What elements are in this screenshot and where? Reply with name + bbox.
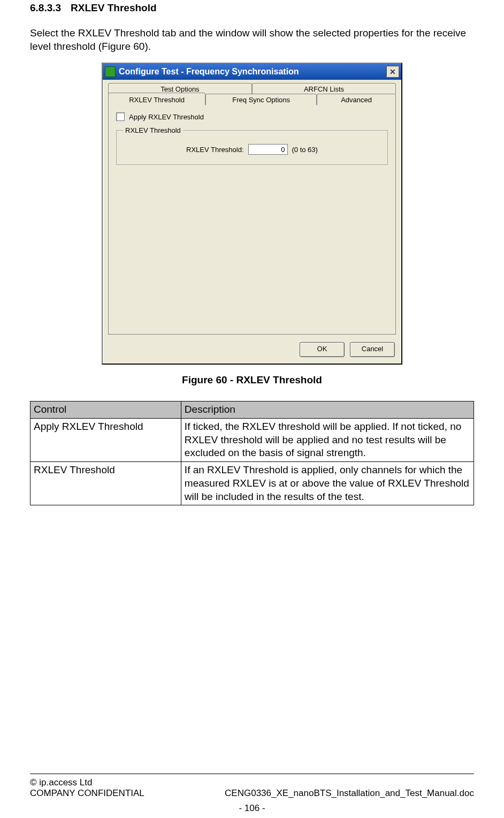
tab-freq-sync-options[interactable]: Freq Sync Options <box>205 94 317 105</box>
footer-separator <box>30 774 474 774</box>
apply-rxlev-checkbox[interactable] <box>116 112 125 121</box>
tab-advanced[interactable]: Advanced <box>317 94 396 105</box>
screenshot-figure: Configure Test - Frequency Synchronisati… <box>30 63 474 365</box>
cancel-button[interactable]: Cancel <box>350 342 395 357</box>
table-row: Apply RXLEV Threshold If ticked, the RXL… <box>30 419 474 462</box>
dialog-button-row: OK Cancel <box>103 338 401 363</box>
table-cell-description: If an RXLEV Threshold is applied, only c… <box>181 462 474 505</box>
intro-paragraph: Select the RXLEV Threshold tab and the w… <box>30 27 474 53</box>
ok-button[interactable]: OK <box>300 342 345 357</box>
tab-arfcn-lists[interactable]: ARFCN Lists <box>252 83 396 94</box>
dialog-window: Configure Test - Frequency Synchronisati… <box>102 63 402 365</box>
rxlev-field-label: RXLEV Threshold: <box>186 146 243 154</box>
footer-copyright: © ip.access Ltd <box>30 777 92 788</box>
table-header-control: Control <box>30 402 181 419</box>
table-cell-control: RXLEV Threshold <box>30 462 181 505</box>
figure-caption: Figure 60 - RXLEV Threshold <box>30 374 474 386</box>
table-header-description: Description <box>181 402 474 419</box>
window-title: Configure Test - Frequency Synchronisati… <box>119 67 299 77</box>
table-row: RXLEV Threshold If an RXLEV Threshold is… <box>30 462 474 505</box>
app-icon <box>105 66 116 77</box>
rxlev-threshold-group: RXLEV Threshold RXLEV Threshold: 0 (0 to… <box>116 126 388 165</box>
apply-rxlev-label: Apply RXLEV Threshold <box>129 113 204 121</box>
rxlev-threshold-input[interactable]: 0 <box>248 144 288 155</box>
rxlev-field-hint: (0 to 63) <box>292 146 318 154</box>
close-icon: ✕ <box>390 67 396 76</box>
section-heading: 6.8.3.3 RXLEV Threshold <box>30 2 474 14</box>
footer-docname: CENG0336_XE_nanoBTS_Installation_and_Tes… <box>225 788 474 799</box>
table-cell-control: Apply RXLEV Threshold <box>30 419 181 462</box>
groupbox-legend: RXLEV Threshold <box>123 126 183 134</box>
titlebar[interactable]: Configure Test - Frequency Synchronisati… <box>103 64 401 80</box>
tab-panel: Apply RXLEV Threshold RXLEV Threshold RX… <box>108 104 396 335</box>
close-button[interactable]: ✕ <box>386 66 399 78</box>
footer-page-number: - 106 - <box>0 803 504 814</box>
tab-strip: Test Options ARFCN Lists RXLEV Threshold… <box>103 80 401 105</box>
table-cell-description: If ticked, the RXLEV threshold will be a… <box>181 419 474 462</box>
tab-rxlev-threshold[interactable]: RXLEV Threshold <box>108 93 205 105</box>
footer-confidential: COMPANY CONFIDENTIAL <box>30 788 144 799</box>
controls-table: Control Description Apply RXLEV Threshol… <box>30 401 474 505</box>
section-title: RXLEV Threshold <box>71 2 156 14</box>
section-number: 6.8.3.3 <box>30 2 61 14</box>
